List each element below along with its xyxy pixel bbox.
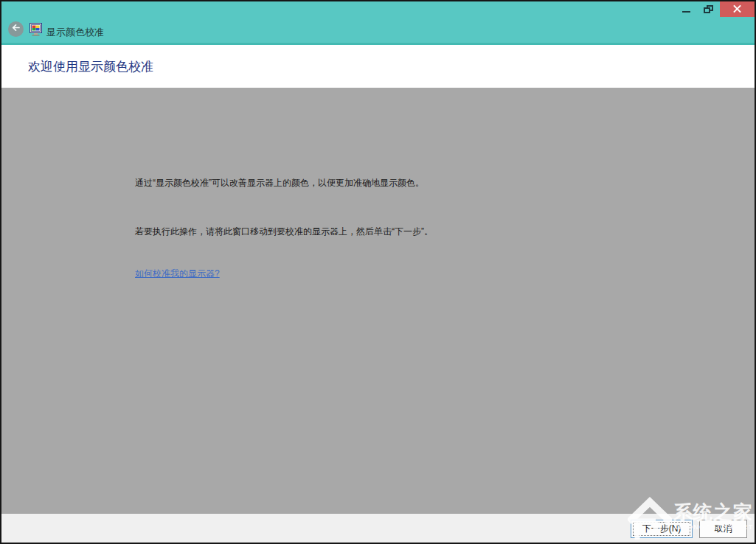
restore-button[interactable] [698,1,720,17]
next-button[interactable]: 下一步(N) [631,520,693,538]
instruction-paragraph: 若要执行此操作，请将此窗口移动到要校准的显示器上，然后单击“下一步”。 [135,226,433,237]
intro-paragraph: 通过“显示颜色校准”可以改善显示器上的颜色，以便更加准确地显示颜色。 [135,178,424,189]
page-title: 欢迎使用显示颜色校准 [28,58,153,75]
close-button[interactable] [720,1,755,17]
how-to-calibrate-link[interactable]: 如何校准我的显示器? [135,268,220,280]
titlebar-navrow: 显示颜色校准 [1,1,755,45]
cancel-button[interactable]: 取消 [699,520,747,538]
heading-band: 欢迎使用显示颜色校准 [1,45,755,88]
caption-controls [676,1,755,17]
display-color-calibration-window: 显示颜色校准 欢迎使用显示颜色校准 通过“显示颜色校准”可以改善显示器上的颜色，… [0,0,756,544]
window-title: 显示颜色校准 [46,26,104,39]
back-button[interactable] [8,21,24,37]
display-calibration-icon [30,23,42,36]
minimize-icon [682,11,690,13]
footer-bar: 下一步(N) 取消 [1,514,755,543]
back-arrow-icon [10,22,21,36]
content-area: 通过“显示颜色校准”可以改善显示器上的颜色，以便更加准确地显示颜色。 若要执行此… [1,88,755,514]
minimize-button[interactable] [676,1,698,17]
titlebar: 显示颜色校准 [1,1,755,45]
